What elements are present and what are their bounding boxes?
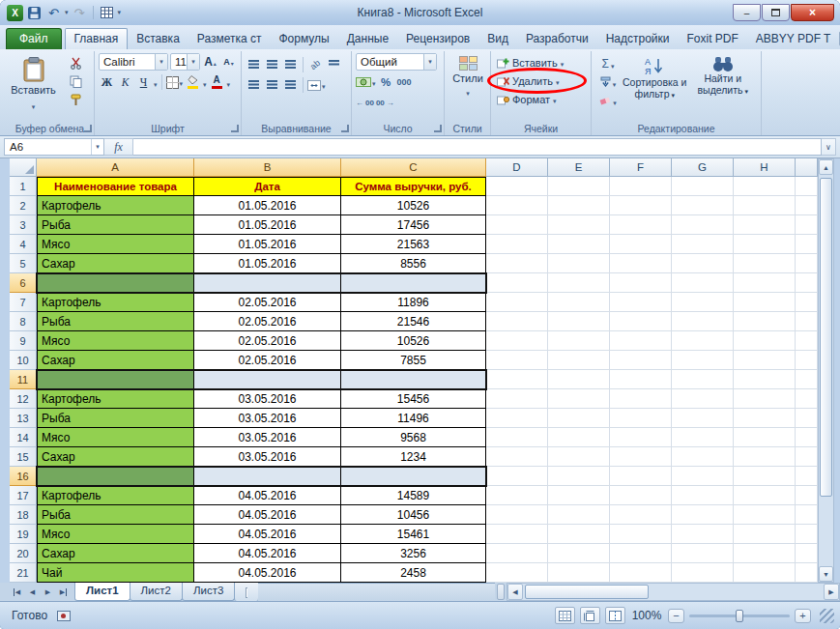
cell-F11[interactable] bbox=[610, 370, 672, 389]
cell-E9[interactable] bbox=[548, 331, 610, 351]
fill-color-button[interactable] bbox=[185, 73, 201, 91]
cell-C2[interactable]: 10526 bbox=[341, 196, 486, 215]
cell-filler-5[interactable] bbox=[796, 254, 818, 273]
accounting-format-button[interactable] bbox=[356, 73, 376, 91]
cell-C19[interactable]: 15461 bbox=[341, 525, 486, 544]
cell-D1[interactable] bbox=[486, 177, 548, 196]
cell-E11[interactable] bbox=[548, 370, 610, 389]
cell-filler-19[interactable] bbox=[796, 525, 818, 544]
percent-style-button[interactable]: % bbox=[378, 73, 394, 91]
styles-button[interactable]: Стили bbox=[449, 53, 487, 98]
cell-G3[interactable] bbox=[672, 215, 734, 235]
scroll-right-icon[interactable]: ▶ bbox=[824, 584, 839, 600]
cell-F19[interactable] bbox=[610, 525, 672, 544]
cell-H4[interactable] bbox=[734, 235, 796, 254]
cell-A14[interactable]: Мясо bbox=[37, 428, 194, 447]
first-sheet-icon[interactable]: ◀ bbox=[10, 585, 24, 599]
tab-Формулы[interactable]: Формулы bbox=[271, 28, 338, 49]
row-header-21[interactable]: 21 bbox=[10, 563, 37, 583]
horizontal-scroll-thumb[interactable] bbox=[525, 585, 649, 599]
tab-Данные[interactable]: Данные bbox=[338, 28, 397, 49]
resize-grip[interactable] bbox=[820, 609, 834, 623]
cell-C1[interactable]: Сумма выручки, руб. bbox=[341, 177, 486, 196]
tab-Надстройки[interactable]: Надстройки bbox=[597, 28, 679, 49]
cell-H7[interactable] bbox=[734, 293, 796, 312]
cell-G2[interactable] bbox=[672, 196, 734, 215]
cell-A15[interactable]: Сахар bbox=[37, 447, 194, 467]
font-name-select[interactable]: Calibri bbox=[99, 53, 168, 71]
horizontal-scrollbar[interactable]: ◀ ▶ bbox=[507, 583, 840, 601]
align-right-button[interactable] bbox=[282, 76, 299, 94]
cell-A2[interactable]: Картофель bbox=[37, 196, 194, 215]
cell-B11[interactable] bbox=[194, 370, 341, 389]
cell-D4[interactable] bbox=[486, 235, 548, 254]
row-header-4[interactable]: 4 bbox=[10, 235, 37, 254]
cell-B20[interactable]: 04.05.2016 bbox=[194, 544, 341, 563]
tab-Вставка[interactable]: Вставка bbox=[128, 28, 188, 49]
zoom-out-button[interactable]: − bbox=[668, 609, 684, 623]
cell-C4[interactable]: 21563 bbox=[341, 235, 486, 254]
vertical-scroll-track[interactable] bbox=[819, 175, 833, 566]
cell-G1[interactable] bbox=[672, 177, 734, 196]
cell-D15[interactable] bbox=[486, 447, 548, 467]
underline-dropdown-icon[interactable] bbox=[154, 73, 158, 91]
cell-E19[interactable] bbox=[548, 525, 610, 544]
cell-E10[interactable] bbox=[548, 351, 610, 370]
last-sheet-icon[interactable]: ▶ bbox=[56, 585, 71, 599]
cell-D21[interactable] bbox=[486, 563, 548, 583]
cell-F21[interactable] bbox=[610, 563, 672, 583]
cell-E8[interactable] bbox=[548, 312, 610, 331]
next-sheet-icon[interactable]: ▶ bbox=[41, 585, 55, 599]
cell-E12[interactable] bbox=[548, 389, 610, 409]
cell-C8[interactable]: 21546 bbox=[341, 312, 486, 331]
fill-color-dropdown-icon[interactable] bbox=[203, 73, 207, 91]
cell-F3[interactable] bbox=[610, 215, 672, 235]
increase-decimal-button[interactable]: 00 bbox=[356, 94, 374, 111]
row-header-8[interactable]: 8 bbox=[10, 312, 37, 331]
cell-filler-6[interactable] bbox=[796, 273, 818, 293]
cell-B1[interactable]: Дата bbox=[194, 177, 341, 196]
cell-D19[interactable] bbox=[486, 525, 548, 544]
cell-B7[interactable]: 02.05.2016 bbox=[194, 293, 341, 312]
cell-D7[interactable] bbox=[486, 293, 548, 312]
cell-F4[interactable] bbox=[610, 235, 672, 254]
cell-filler-3[interactable] bbox=[796, 215, 818, 235]
tab-ABBYY PDF T[interactable]: ABBYY PDF T bbox=[747, 28, 840, 49]
cell-C10[interactable]: 7855 bbox=[341, 351, 486, 370]
cell-H9[interactable] bbox=[734, 331, 796, 351]
cell-G10[interactable] bbox=[672, 351, 734, 370]
cell-A9[interactable]: Мясо bbox=[37, 331, 194, 351]
page-break-view-button[interactable] bbox=[605, 607, 625, 624]
cell-G13[interactable] bbox=[672, 409, 734, 428]
cell-H6[interactable] bbox=[734, 273, 796, 293]
cell-D16[interactable] bbox=[486, 467, 548, 486]
cell-E20[interactable] bbox=[548, 544, 610, 563]
cell-G17[interactable] bbox=[672, 486, 734, 505]
cell-F16[interactable] bbox=[610, 467, 672, 486]
sheet-tab-Лист1[interactable]: Лист1 bbox=[74, 583, 130, 601]
tab-Foxit PDF[interactable]: Foxit PDF bbox=[679, 28, 747, 49]
copy-button[interactable] bbox=[61, 73, 90, 90]
italic-button[interactable]: К bbox=[117, 73, 133, 91]
cell-A10[interactable]: Сахар bbox=[37, 351, 194, 370]
cell-E18[interactable] bbox=[548, 505, 610, 525]
cell-F5[interactable] bbox=[610, 254, 672, 273]
cell-filler-9[interactable] bbox=[796, 331, 818, 351]
cell-G14[interactable] bbox=[672, 428, 734, 447]
column-header-D[interactable]: D bbox=[486, 158, 548, 177]
horizontal-scroll-track[interactable] bbox=[523, 584, 824, 600]
cell-H20[interactable] bbox=[734, 544, 796, 563]
cell-B21[interactable]: 04.05.2016 bbox=[194, 563, 341, 583]
cell-E14[interactable] bbox=[548, 428, 610, 447]
cell-H3[interactable] bbox=[734, 215, 796, 235]
cell-A20[interactable]: Сахар bbox=[37, 544, 194, 563]
cell-F2[interactable] bbox=[610, 196, 672, 215]
cell-D20[interactable] bbox=[486, 544, 548, 563]
font-dialog-launcher-icon[interactable] bbox=[231, 125, 239, 132]
sheet-tab-Лист3[interactable]: Лист3 bbox=[182, 583, 235, 601]
format-painter-button[interactable] bbox=[61, 92, 90, 108]
cell-E5[interactable] bbox=[548, 254, 610, 273]
cell-B2[interactable]: 01.05.2016 bbox=[194, 196, 341, 215]
cell-filler-10[interactable] bbox=[796, 351, 818, 370]
cell-C13[interactable]: 11496 bbox=[341, 409, 486, 428]
